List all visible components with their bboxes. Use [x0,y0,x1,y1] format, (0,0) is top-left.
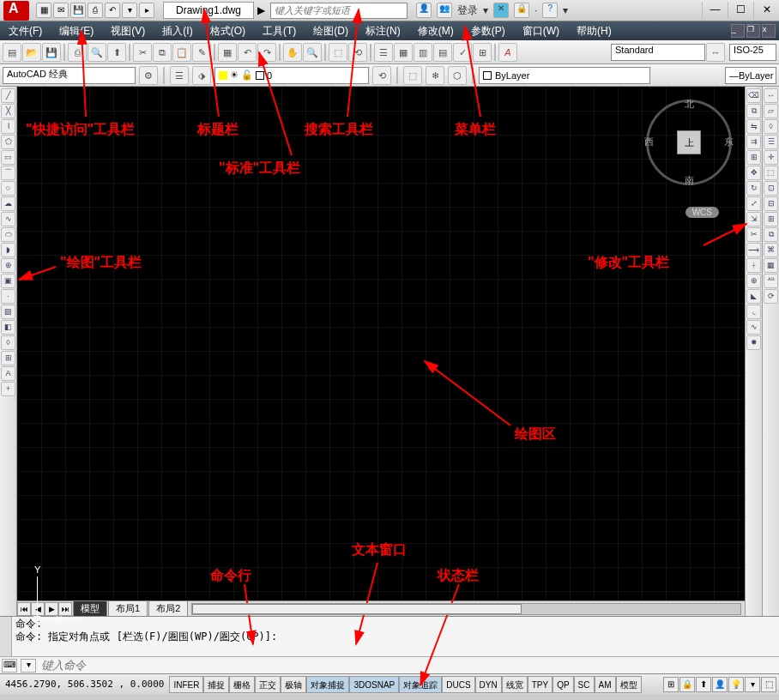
layer-manager-icon[interactable]: ☰ [170,66,189,85]
menu-view[interactable]: 视图(V) [102,24,154,39]
status-对象捕捉[interactable]: 对象捕捉 [306,676,349,693]
login-dropdown-icon[interactable]: ▾ [483,4,488,16]
addselected-icon[interactable]: + [1,382,15,396]
new-icon[interactable]: ▦ [36,3,51,18]
status-qp[interactable]: QP [553,676,573,693]
doc-restore-icon[interactable]: ❐ [746,24,760,38]
properties-icon[interactable]: ☰ [374,43,393,62]
tab-layout1[interactable]: 布局1 [108,600,148,617]
table-icon[interactable]: ⊞ [1,351,15,365]
s-bulb-icon[interactable]: 💡 [728,677,744,692]
dist-icon[interactable]: ↔ [764,88,778,103]
doc-close-icon[interactable]: x [762,24,776,38]
insert-icon[interactable]: ⊕ [1,258,15,273]
layer-dropdown[interactable]: ☀ 🔓 0 [214,67,369,84]
undo-icon[interactable]: ↶ [105,3,120,18]
pline-icon[interactable]: ⌇ [1,119,15,134]
infocenter-icon[interactable]: 👤 [416,3,432,18]
ellipsearc-icon[interactable]: ◗ [1,243,15,257]
line-icon[interactable]: ╱ [1,88,15,103]
s-person-icon[interactable]: 👤 [712,677,728,692]
zoom-window-icon[interactable]: ⬚ [329,43,347,62]
circle-icon[interactable]: ○ [1,181,15,196]
s-tray-icon[interactable]: ▾ [745,677,760,692]
undo-btn-icon[interactable]: ↶ [238,43,257,62]
status-正交[interactable]: 正交 [255,676,281,693]
textstyle-dropdown[interactable]: Standard [611,44,705,61]
status-dyn[interactable]: DYN [475,676,502,693]
status-sc[interactable]: SC [574,676,595,693]
menu-tools[interactable]: 工具(T) [254,24,305,39]
sheetset-icon[interactable]: ▤ [433,43,452,62]
menu-window[interactable]: 窗口(W) [514,24,568,39]
exchange-icon[interactable]: ✕ [493,3,509,18]
quickcalc-icon[interactable]: ⊞ [473,43,492,62]
save-icon[interactable]: 💾 [70,3,86,18]
ws-settings-icon[interactable]: ⚙ [139,66,158,85]
tab-layout2[interactable]: 布局2 [148,600,188,617]
mtext-icon[interactable]: A [1,366,15,381]
layer-freeze-icon[interactable]: ❄ [426,66,444,85]
menu-help[interactable]: 帮助(H) [568,24,620,39]
status-tpy[interactable]: TPY [528,676,553,693]
status-栅格[interactable]: 栅格 [229,676,255,693]
hscrollbar[interactable] [191,603,741,615]
menu-format[interactable]: 格式(O) [202,24,254,39]
paste-icon[interactable]: 📋 [172,43,191,62]
region2-icon[interactable]: ◊ [764,119,778,134]
list-icon[interactable]: ☰ [764,135,778,149]
layer-off-icon[interactable]: ⬡ [448,66,467,85]
tab-first-icon[interactable]: ⏮ [17,602,31,616]
gradient-icon[interactable]: ◧ [1,320,15,335]
cut-icon[interactable]: ✂ [133,43,152,62]
polygon-icon[interactable]: ⬠ [1,135,15,149]
menu-insert[interactable]: 插入(I) [154,24,201,39]
status-model[interactable]: 模型 [616,676,642,693]
color-dropdown[interactable]: ByLayer [479,67,650,84]
rectangle-icon[interactable]: ▭ [1,150,15,165]
print-icon[interactable]: ⎙ [88,3,103,18]
tool-h-icon[interactable]: ᴬᴮ [764,274,778,288]
menu-file[interactable]: 文件(F) [0,24,51,39]
designcenter-icon[interactable]: ▦ [394,43,413,62]
dimstyle-dropdown[interactable]: ISO-25 [729,44,776,61]
command-history[interactable]: 命令: 命令: 指定对角点或 [栏选(F)/圏围(WP)/圏交(CP)]: [12,617,779,656]
arc-icon[interactable]: ⌒ [1,166,15,180]
menu-modify[interactable]: 修改(M) [409,24,462,39]
help-dropdown-icon[interactable]: ▾ [563,4,568,16]
tool-c-icon[interactable]: ⊟ [764,196,778,211]
tool-a-icon[interactable]: ⬚ [764,166,778,180]
s-lock-icon[interactable]: 🔒 [679,677,695,692]
zoom-prev-icon[interactable]: ⟲ [348,43,367,62]
block-icon[interactable]: ▣ [1,274,15,288]
open-file-icon[interactable]: 📂 [22,43,41,62]
preview-icon[interactable]: 🔍 [88,43,106,62]
cmd-handle[interactable] [0,617,12,656]
hatch-icon[interactable]: ▨ [1,305,15,319]
dim-style-icon[interactable]: A [498,43,517,62]
search-play-icon[interactable]: ▶ [257,4,265,16]
point-icon[interactable]: · [1,289,15,304]
cmd-prompt-icon[interactable]: ⌨ [2,659,17,673]
menu-edit[interactable]: 编辑(E) [51,24,102,39]
minimize-button[interactable]: — [702,2,728,19]
cmd-recent-icon[interactable]: ▾ [21,659,36,673]
command-input[interactable] [38,659,779,672]
menu-draw[interactable]: 绘图(D) [305,24,357,39]
new-file-icon[interactable]: ▤ [3,43,21,62]
app-logo-icon[interactable] [3,1,29,21]
tool-g-icon[interactable]: ▦ [764,258,778,273]
help-icon[interactable]: ? [542,3,558,18]
signin-icon[interactable]: 👥 [437,3,452,18]
drawing-area[interactable]: 上 北 南 东 西 WCS Y X "快捷访问"工具栏 标题栏 搜索工具栏 菜单… [17,87,745,600]
tool-i-icon[interactable]: ⟳ [764,289,778,304]
region-icon[interactable]: ◊ [1,335,15,350]
layer-iso-icon[interactable]: ⬚ [403,66,422,85]
doc-minimize-icon[interactable]: _ [731,24,745,38]
status-3dosnap[interactable]: 3DOSNAP [349,676,399,693]
ellipse-icon[interactable]: ⬭ [1,227,15,242]
id-icon[interactable]: ✛ [764,150,778,165]
layer-states-icon[interactable]: ⬗ [192,66,211,85]
revcloud-icon[interactable]: ☁ [1,196,15,211]
area-icon[interactable]: ▱ [764,104,778,118]
